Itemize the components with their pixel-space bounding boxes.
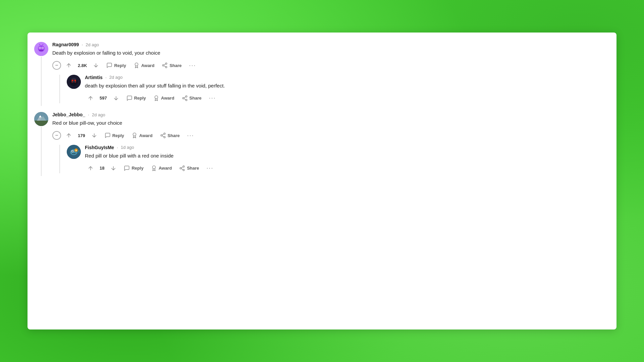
reply-icon-jebbo <box>105 132 111 138</box>
share-btn-ragnar[interactable]: Share <box>159 61 184 70</box>
reply-btn-fishguy[interactable]: Reply <box>121 164 146 173</box>
comment-header-ragnar: Ragnar0099 · 2d ago <box>52 42 610 47</box>
share-icon-jebbo <box>160 132 166 138</box>
award-icon-artimtis <box>153 95 159 101</box>
more-btn-jebbo[interactable]: ··· <box>184 130 197 141</box>
svg-point-26 <box>72 80 73 80</box>
comment-body-artimtis: Artimtis · 2d ago death by explosion the… <box>85 75 610 104</box>
svg-point-8 <box>39 43 40 44</box>
share-btn-fishguy[interactable]: Share <box>176 164 202 173</box>
comment-jebbo-wrapper: Jebbo_Jebbo_ · 2d ago Red or blue pill-o… <box>34 112 610 176</box>
reply-icon-fishguy <box>124 165 130 171</box>
timestamp-ragnar: 2d ago <box>86 42 99 47</box>
share-icon-artimtis <box>182 95 188 101</box>
comment-header-jebbo: Jebbo_Jebbo_ · 2d ago <box>52 112 610 117</box>
thread-line-jebbo <box>41 127 42 176</box>
award-btn-fishguy[interactable]: Award <box>148 164 175 173</box>
svg-line-45 <box>162 136 164 137</box>
upvote-icon <box>66 62 72 68</box>
svg-line-16 <box>164 64 166 65</box>
reply-icon <box>106 62 112 68</box>
downvote-icon-artimtis <box>113 95 119 101</box>
svg-line-32 <box>184 99 185 100</box>
svg-point-10 <box>43 43 44 44</box>
downvote-icon <box>93 62 99 68</box>
username-ragnar: Ragnar0099 <box>52 42 79 47</box>
svg-line-60 <box>181 167 183 168</box>
svg-rect-35 <box>34 120 48 126</box>
award-btn-jebbo[interactable]: Award <box>129 131 155 140</box>
avatar-jebbo <box>34 112 48 126</box>
reply-btn-jebbo[interactable]: Reply <box>102 131 127 140</box>
avatar-artimtis <box>67 75 81 89</box>
svg-line-59 <box>181 169 183 170</box>
comment-header-artimtis: Artimtis · 2d ago <box>85 75 610 80</box>
upvote-fishguy[interactable] <box>85 164 96 173</box>
comment-text-jebbo: Red or blue pill-ow, your choice <box>52 119 610 127</box>
svg-point-27 <box>75 80 75 80</box>
avatar-fishguy: ★ <box>67 145 81 159</box>
svg-text:★: ★ <box>75 149 77 152</box>
more-btn-artimtis[interactable]: ··· <box>206 93 219 103</box>
downvote-icon-jebbo <box>91 132 97 138</box>
downvote-fishguy[interactable] <box>108 164 119 173</box>
comment-card: Ragnar0099 · 2d ago Death by explosion o… <box>28 33 616 329</box>
comment-text-fishguy: Red pill or blue pill with a red one ins… <box>85 152 610 160</box>
downvote-icon-fishguy <box>110 165 116 171</box>
share-btn-jebbo[interactable]: Share <box>157 131 182 140</box>
more-btn-fishguy[interactable]: ··· <box>204 163 216 173</box>
vote-count-fishguy: 18 <box>98 166 106 171</box>
svg-line-46 <box>162 134 164 135</box>
collapse-btn-jebbo[interactable]: − <box>52 131 61 140</box>
thread-artimtis: Artimtis · 2d ago death by explosion the… <box>59 75 610 104</box>
svg-rect-38 <box>34 112 48 121</box>
award-btn-ragnar[interactable]: Award <box>131 61 157 70</box>
downvote-jebbo[interactable] <box>89 131 100 140</box>
more-btn-ragnar[interactable]: ··· <box>186 60 199 71</box>
award-icon <box>133 62 140 68</box>
comment-body-fishguy: FishGuyIsMe · 1d ago Red pill or blue pi… <box>85 145 610 174</box>
downvote-ragnar[interactable] <box>90 61 102 70</box>
reply-icon-artimtis <box>126 95 132 101</box>
share-icon <box>162 62 168 68</box>
upvote-icon-fishguy <box>88 165 94 171</box>
reply-btn-ragnar[interactable]: Reply <box>104 61 128 70</box>
thread-fishguy: ★ FishGuyIsMe · 1d ago Red pil <box>59 145 610 174</box>
comment-jebbo: Jebbo_Jebbo_ · 2d ago Red or blue pill-o… <box>34 112 610 176</box>
share-btn-artimtis[interactable]: Share <box>179 94 204 103</box>
fishguy-avatar-svg: ★ <box>67 145 81 159</box>
svg-point-51 <box>72 150 72 151</box>
vote-count-ragnar: 2.8K <box>76 63 88 68</box>
jebbo-avatar-svg <box>34 112 48 126</box>
action-bar-fishguy: 18 Reply <box>85 163 610 173</box>
collapse-btn-ragnar[interactable]: − <box>52 61 61 70</box>
comment-text-artimtis: death by explosion then all your stuff f… <box>85 82 610 90</box>
svg-rect-6 <box>39 50 43 51</box>
action-bar-ragnar: − 2.8K Reply Award <box>52 60 610 71</box>
username-artimtis: Artimtis <box>85 75 103 80</box>
award-btn-artimtis[interactable]: Award <box>151 94 177 103</box>
upvote-icon-artimtis <box>88 95 94 101</box>
username-fishguy: FishGuyIsMe <box>85 145 114 150</box>
timestamp-artimtis: 2d ago <box>109 75 123 80</box>
upvote-icon-jebbo <box>66 132 72 138</box>
upvote-jebbo[interactable] <box>63 131 74 140</box>
svg-point-4 <box>40 48 41 49</box>
upvote-ragnar[interactable] <box>63 61 74 70</box>
ragnar-avatar-svg <box>34 42 48 56</box>
upvote-artimtis[interactable] <box>85 94 96 103</box>
svg-line-15 <box>164 66 166 67</box>
action-bar-jebbo: − 179 Reply <box>52 130 610 141</box>
downvote-artimtis[interactable] <box>110 94 122 103</box>
comment-header-fishguy: FishGuyIsMe · 1d ago <box>85 145 610 150</box>
reply-btn-artimtis[interactable]: Reply <box>124 94 149 103</box>
username-jebbo: Jebbo_Jebbo_ <box>52 112 85 117</box>
thread-line-ragnar <box>41 57 42 106</box>
timestamp-fishguy: 1d ago <box>121 145 134 150</box>
share-icon-fishguy <box>179 165 185 171</box>
artimtis-avatar-svg <box>67 75 81 89</box>
svg-line-33 <box>184 97 185 98</box>
award-icon-jebbo <box>131 132 138 138</box>
timestamp-jebbo: 2d ago <box>92 112 105 117</box>
comment-thread: Ragnar0099 · 2d ago Death by explosion o… <box>28 42 616 176</box>
